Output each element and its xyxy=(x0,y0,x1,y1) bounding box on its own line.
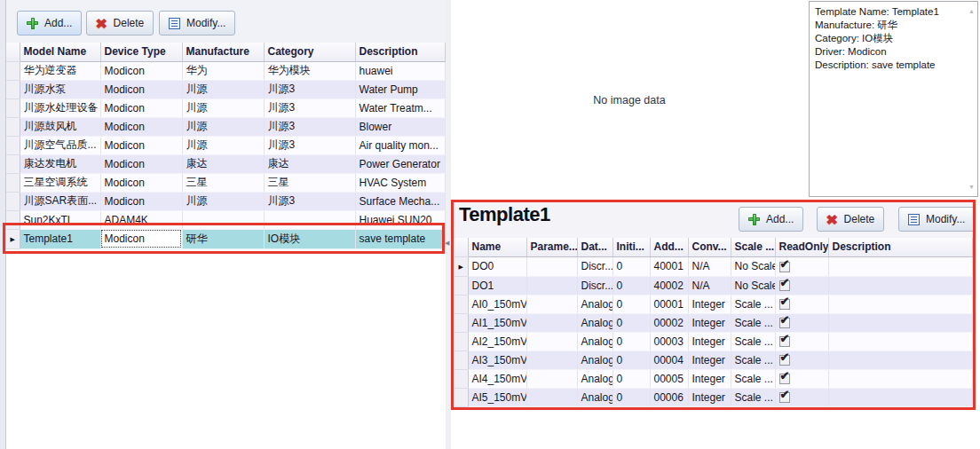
table-cell[interactable]: 华为模块 xyxy=(264,61,355,80)
column-header[interactable]: Description xyxy=(828,238,972,256)
column-header[interactable]: Model Name xyxy=(20,43,100,61)
table-cell[interactable]: Air quality mon... xyxy=(355,136,445,154)
table-cell[interactable]: Template1 xyxy=(20,229,100,248)
table-cell[interactable]: Discr... xyxy=(577,256,612,276)
table-cell[interactable]: 川源 xyxy=(182,136,264,154)
table-cell[interactable]: 川源3 xyxy=(264,80,355,98)
table-cell[interactable]: DO0 xyxy=(468,256,526,276)
table-row[interactable]: ▶DO0Discr...040001N/ANo Scale✔ xyxy=(454,256,972,276)
table-cell[interactable] xyxy=(828,276,972,295)
table-cell[interactable] xyxy=(828,388,972,406)
table-cell[interactable] xyxy=(526,313,577,332)
table-cell[interactable]: AI2_150mV xyxy=(468,332,526,351)
table-cell[interactable]: 康达 xyxy=(182,154,264,173)
table-row[interactable]: AI3_150mVAnalog000004IntegerScale ...✔ xyxy=(454,351,972,369)
table-row[interactable]: 川源空气品质...Modicon川源川源3Air quality mon... xyxy=(6,136,445,154)
column-header[interactable]: Category xyxy=(264,43,355,61)
row-header-cell[interactable] xyxy=(454,388,468,406)
table-cell[interactable]: Integer xyxy=(688,313,731,332)
table-row[interactable]: 三星空调系统Modicon三星三星HVAC System xyxy=(6,173,445,192)
table-cell[interactable]: 三星 xyxy=(264,173,355,192)
table-cell[interactable]: Analog xyxy=(577,295,612,313)
table-row[interactable]: 川源水泵Modicon川源川源3Water Pump xyxy=(6,80,445,98)
table-cell[interactable]: Modicon xyxy=(100,61,182,80)
table-cell[interactable]: Surface Mecha... xyxy=(355,192,445,210)
column-header[interactable]: Name xyxy=(468,238,526,256)
table-cell[interactable]: 0 xyxy=(612,332,650,351)
table-cell[interactable]: ✔ xyxy=(775,313,828,332)
table-cell[interactable]: 00005 xyxy=(650,369,688,388)
row-header-cell[interactable] xyxy=(6,117,20,136)
table-cell[interactable]: Modicon xyxy=(100,98,182,117)
table-cell[interactable]: 川源 xyxy=(182,98,264,117)
row-header-cell[interactable]: ▶ xyxy=(6,229,20,248)
table-cell[interactable]: Analog xyxy=(577,332,612,351)
column-header[interactable]: ReadOnly xyxy=(775,238,828,256)
table-cell[interactable]: 川源 xyxy=(182,117,264,136)
table-cell[interactable]: ✔ xyxy=(775,276,828,295)
table-cell[interactable]: 川源3 xyxy=(264,136,355,154)
table-row[interactable]: AI4_150mVAnalog000005IntegerScale ...✔ xyxy=(454,369,972,388)
table-row[interactable]: AI5_150mVAnalog000006IntegerScale ...✔ xyxy=(454,388,972,406)
table-row[interactable]: DO1Discr...040002N/ANo Scale✔ xyxy=(454,276,972,295)
table-row[interactable]: AI2_150mVAnalog000003IntegerScale ...✔ xyxy=(454,332,972,351)
row-header-cell[interactable] xyxy=(6,98,20,117)
table-cell[interactable]: Modicon xyxy=(100,173,182,192)
table-cell[interactable]: ADAM4K xyxy=(100,210,182,229)
table-cell[interactable]: 川源3 xyxy=(264,192,355,210)
table-cell[interactable]: 研华 xyxy=(182,229,264,248)
table-cell[interactable] xyxy=(264,210,355,229)
table-row[interactable]: AI1_150mVAnalog000002IntegerScale ...✔ xyxy=(454,313,972,332)
table-cell[interactable]: 三星 xyxy=(182,173,264,192)
column-header[interactable]: Parame... xyxy=(526,238,577,256)
row-header-cell[interactable] xyxy=(454,369,468,388)
splitter-collapse-icon[interactable]: ◀ xyxy=(445,240,449,247)
table-cell[interactable]: 川源水处理设备 xyxy=(20,98,100,117)
table-cell[interactable]: Analog xyxy=(577,313,612,332)
table-cell[interactable]: 川源 xyxy=(182,192,264,210)
table-cell[interactable]: 川源3 xyxy=(264,117,355,136)
table-cell[interactable]: Integer xyxy=(688,369,731,388)
column-header[interactable]: Manufacture xyxy=(182,43,264,61)
table-cell[interactable]: Discr... xyxy=(577,276,612,295)
table-cell[interactable]: 川源SAR表面... xyxy=(20,192,100,210)
row-header-cell[interactable] xyxy=(6,173,20,192)
table-cell[interactable]: 0 xyxy=(612,256,650,276)
readonly-checkbox[interactable]: ✔ xyxy=(779,336,790,347)
modify-button[interactable]: Modify... xyxy=(159,11,235,35)
table-cell[interactable]: Modicon xyxy=(100,192,182,210)
table-cell[interactable]: ✔ xyxy=(775,351,828,369)
table-cell[interactable] xyxy=(526,332,577,351)
add-button[interactable]: Add... xyxy=(17,11,82,35)
table-cell[interactable]: Scale ... xyxy=(731,313,775,332)
table-cell[interactable] xyxy=(526,351,577,369)
table-row[interactable]: 川源鼓风机Modicon川源川源3Blower xyxy=(6,117,445,136)
table-cell[interactable] xyxy=(526,388,577,406)
table-row[interactable]: 华为逆变器Modicon华为华为模块huawei xyxy=(6,61,445,80)
row-header-cell[interactable] xyxy=(454,313,468,332)
table-cell[interactable]: No Scale xyxy=(731,256,775,276)
column-header[interactable]: Dat... xyxy=(577,238,612,256)
table-cell[interactable]: 00003 xyxy=(650,332,688,351)
template-modify-button[interactable]: Modify... xyxy=(898,207,975,232)
table-cell[interactable]: Integer xyxy=(688,351,731,369)
table-cell[interactable]: Integer xyxy=(688,332,731,351)
table-cell[interactable]: 0 xyxy=(612,388,650,406)
template-points-table[interactable]: NameParame...Dat...Initi...Add...Conv...… xyxy=(454,238,973,407)
row-header-cell[interactable] xyxy=(6,136,20,154)
table-cell[interactable]: 川源空气品质... xyxy=(20,136,100,154)
table-cell[interactable]: AI4_150mV xyxy=(468,369,526,388)
table-cell[interactable]: DO1 xyxy=(468,276,526,295)
device-model-table[interactable]: Model NameDevice TypeManufactureCategory… xyxy=(6,43,446,249)
table-row[interactable]: 川源水处理设备Modicon川源川源3Water Treatm... xyxy=(6,98,445,117)
table-cell[interactable]: huawei xyxy=(355,61,445,80)
column-header[interactable]: Add... xyxy=(650,238,688,256)
table-cell[interactable]: N/A xyxy=(688,276,731,295)
table-cell[interactable] xyxy=(828,332,972,351)
table-cell[interactable]: ✔ xyxy=(775,369,828,388)
readonly-checkbox[interactable]: ✔ xyxy=(779,374,790,384)
table-cell[interactable]: Modicon xyxy=(100,80,182,98)
table-cell[interactable]: Scale ... xyxy=(731,388,775,406)
table-cell[interactable]: Integer xyxy=(688,388,731,406)
table-cell[interactable] xyxy=(182,210,264,229)
